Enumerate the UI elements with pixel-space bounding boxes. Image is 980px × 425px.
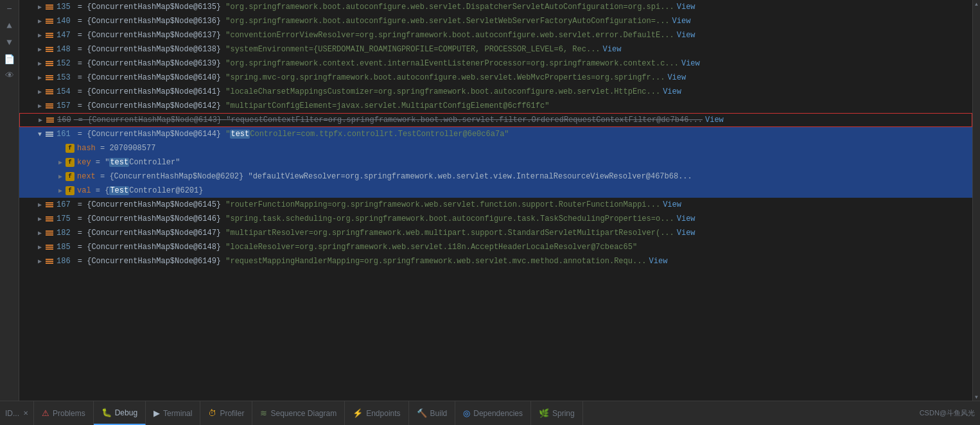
stack-icon — [45, 101, 54, 110]
row-index: 167 — [57, 200, 71, 209]
view-link[interactable]: View — [677, 229, 696, 238]
view-link[interactable]: View — [663, 87, 681, 96]
bottom-right-area: CSDN@斗鱼风光 — [914, 401, 980, 425]
view-link[interactable]: View — [649, 257, 668, 266]
expand-arrow[interactable]: ▶ — [35, 256, 45, 266]
tab-problems[interactable]: ⚠ Problems — [34, 401, 94, 425]
expand-arrow[interactable]: ▶ — [35, 58, 45, 69]
row-key: = {ConcurrentHashMap$Node@6138} — [73, 45, 226, 54]
stack-icon — [45, 3, 54, 12]
expand-arrow[interactable]: ▶ — [35, 2, 45, 12]
row-key: = {ConcurrentHashMap$Node@6140} — [73, 73, 226, 82]
variables-list[interactable]: ▶ 135 = {ConcurrentHashMap$Node@6135} "o… — [19, 0, 972, 401]
row-index: 160 — [57, 116, 71, 125]
stack-icon — [45, 45, 54, 54]
tab-terminal[interactable]: ▶ Terminal — [146, 401, 200, 425]
table-row[interactable]: ▶ 153 = {ConcurrentHashMap$Node@6140} "s… — [19, 71, 972, 85]
view-link[interactable]: View — [667, 73, 686, 82]
tab-debug-label: Debug — [115, 408, 137, 417]
view-link[interactable]: View — [663, 200, 681, 209]
spring-icon: 🌿 — [539, 408, 549, 418]
view-link[interactable]: View — [677, 214, 696, 223]
view-link[interactable]: View — [705, 116, 724, 125]
row-value: "localeCharsetMappingsCustomizer=org.spr… — [225, 87, 660, 96]
document-icon[interactable]: 📄 — [3, 53, 16, 65]
row-value: "systemEnvironment={USERDOMAIN_ROAMINGPR… — [225, 45, 600, 54]
table-row[interactable]: ▶ 175 = {ConcurrentHashMap$Node@6146} "s… — [19, 212, 972, 226]
expand-arrow[interactable]: ▶ — [35, 44, 45, 55]
tab-id[interactable]: ID... ✕ — [0, 401, 34, 425]
expand-arrow[interactable]: ▶ — [35, 115, 46, 125]
terminal-icon: ▶ — [153, 408, 160, 418]
tab-dependencies[interactable]: ◎ Dependencies — [455, 401, 531, 425]
view-link[interactable]: View — [603, 45, 622, 54]
table-row[interactable]: ▶ 135 = {ConcurrentHashMap$Node@6135} "o… — [19, 0, 972, 14]
expand-arrow[interactable]: ▶ — [35, 242, 45, 252]
tab-sequence-diagram[interactable]: ≋ Sequence Diagram — [252, 401, 345, 425]
row-value: "spring.mvc-org.springframework.boot.aut… — [225, 73, 665, 82]
expand-arrow[interactable]: ▶ — [55, 186, 66, 196]
expand-arrow[interactable]: ▶ — [35, 228, 45, 238]
table-row[interactable]: ▶ 157 = {ConcurrentHashMap$Node@6142} "m… — [19, 99, 972, 113]
row-index: 153 — [57, 73, 71, 82]
right-scrollbar[interactable]: ▲ ▼ — [972, 0, 980, 401]
main-content: ▶ 135 = {ConcurrentHashMap$Node@6135} "o… — [19, 0, 972, 401]
view-link[interactable]: View — [681, 59, 700, 68]
tab-endpoints-label: Endpoints — [366, 409, 400, 418]
table-row[interactable]: ▶ 140 = {ConcurrentHashMap$Node@6136} "o… — [19, 14, 972, 28]
row-key: = {ConcurrentHashMap$Node@6137} — [73, 31, 226, 40]
up-arrow-icon[interactable]: ▲ — [3, 19, 16, 32]
row-key: = {ConcurrentHashMap$Node@6144} — [73, 130, 226, 139]
row-index: 140 — [57, 17, 71, 26]
expand-arrow[interactable]: ▶ — [35, 101, 45, 111]
table-row[interactable]: ▶ 182 = {ConcurrentHashMap$Node@6147} "m… — [19, 226, 972, 240]
table-row-child[interactable]: ▶ f key = "testController" — [19, 155, 972, 169]
expand-arrow[interactable]: ▶ — [35, 30, 45, 40]
expand-arrow[interactable]: ▶ — [35, 200, 45, 210]
expand-arrow[interactable]: ▼ — [35, 129, 45, 139]
view-link[interactable]: View — [672, 17, 691, 26]
row-value: "localeResolver=org.springframework.web.… — [225, 243, 637, 252]
table-row[interactable]: ▶ 148 = {ConcurrentHashMap$Node@6138} "s… — [19, 42, 972, 56]
field-value: = 2070908577 — [96, 144, 156, 153]
tab-debug[interactable]: 🐛 Debug — [94, 401, 146, 425]
field-value: = {TestController@6201} — [91, 186, 204, 195]
table-row[interactable]: ▶ 160 = {ConcurrentHashMap$Node@6143} "r… — [19, 113, 972, 127]
view-link[interactable]: View — [677, 3, 696, 12]
scroll-up-arrow[interactable]: ▲ — [973, 0, 981, 8]
field-name: next — [77, 172, 96, 181]
table-row[interactable]: ▶ 185 = {ConcurrentHashMap$Node@6148} "l… — [19, 240, 972, 254]
tab-terminal-label: Terminal — [163, 409, 192, 418]
row-key: = {ConcurrentHashMap$Node@6141} — [73, 87, 226, 96]
table-row-child[interactable]: f hash = 2070908577 — [19, 141, 972, 155]
minus-icon[interactable]: − — [3, 3, 16, 15]
tab-build[interactable]: 🔨 Build — [409, 401, 456, 425]
tab-spring[interactable]: 🌿 Spring — [531, 401, 583, 425]
row-index: 152 — [57, 59, 71, 68]
table-row-selected[interactable]: ▼ 161 = {ConcurrentHashMap$Node@6144} "t… — [19, 127, 972, 141]
row-value: "org.springframework.boot.autoconfigure.… — [225, 17, 669, 26]
view-link[interactable]: View — [677, 31, 696, 40]
table-row[interactable]: ▶ 154 = {ConcurrentHashMap$Node@6141} "l… — [19, 85, 972, 99]
field-icon: f — [66, 158, 74, 167]
tab-endpoints[interactable]: ⚡ Endpoints — [345, 401, 408, 425]
expand-arrow[interactable]: ▶ — [35, 16, 45, 26]
table-row[interactable]: ▶ 167 = {ConcurrentHashMap$Node@6145} "r… — [19, 198, 972, 212]
scroll-down-arrow[interactable]: ▼ — [973, 393, 981, 401]
tab-id-close[interactable]: ✕ — [23, 410, 28, 417]
table-row[interactable]: ▶ 186 = {ConcurrentHashMap$Node@6149} "r… — [19, 254, 972, 268]
expand-arrow[interactable]: ▶ — [55, 171, 66, 182]
tab-profiler[interactable]: ⏱ Profiler — [200, 401, 252, 425]
table-row-child[interactable]: ▶ f val = {TestController@6201} — [19, 184, 972, 198]
down-arrow-icon[interactable]: ▼ — [3, 36, 16, 49]
table-row[interactable]: ▶ 147 = {ConcurrentHashMap$Node@6137} "c… — [19, 28, 972, 42]
table-row-child[interactable]: ▶ f next = {ConcurrentHashMap$Node@6202}… — [19, 169, 972, 184]
eye-icon[interactable]: 👁 — [3, 69, 16, 82]
expand-arrow[interactable]: ▶ — [35, 87, 45, 97]
table-row[interactable]: ▶ 152 = {ConcurrentHashMap$Node@6139} "o… — [19, 56, 972, 71]
stack-icon — [45, 130, 54, 139]
expand-arrow[interactable]: ▶ — [35, 73, 45, 83]
expand-arrow[interactable]: ▶ — [55, 157, 66, 168]
expand-arrow[interactable]: ▶ — [35, 214, 45, 224]
test-search-highlight: test — [109, 158, 129, 167]
